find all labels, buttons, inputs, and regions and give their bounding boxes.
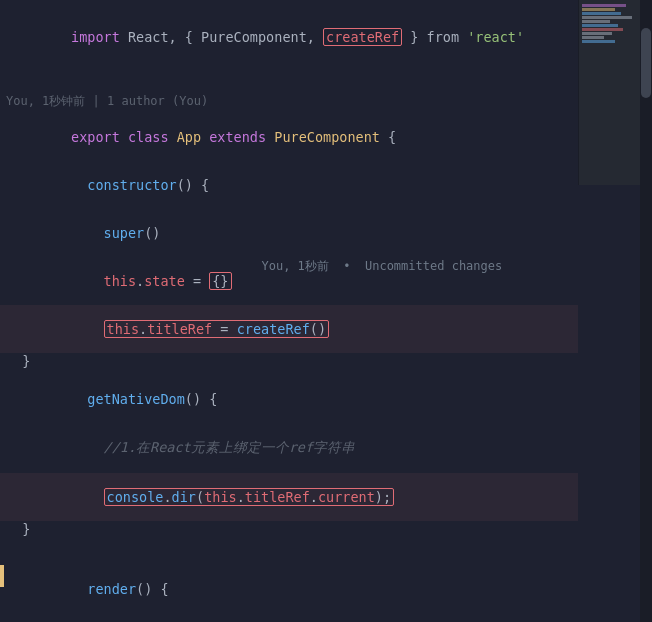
- line-content: this.titleRef = createRef(): [6, 305, 329, 353]
- line-content: }: [6, 521, 30, 537]
- line-content: return (: [6, 613, 169, 622]
- code-line-highlighted: console.dir(this.titleRef.current);: [0, 473, 578, 521]
- uncommitted-tooltip: You, 1秒前 • Uncommitted changes: [262, 258, 503, 275]
- line-content: getNativeDom() {: [6, 375, 217, 423]
- code-line: render() {: [0, 565, 578, 613]
- code-line: }: [0, 521, 578, 543]
- code-editor: import React, { PureComponent, createRef…: [0, 0, 652, 622]
- code-area: import React, { PureComponent, createRef…: [0, 0, 652, 622]
- code-line: this.state = {} You, 1秒前 • Uncommitted c…: [0, 257, 578, 305]
- code-line-highlighted: this.titleRef = createRef(): [0, 305, 578, 353]
- line-content: render() {: [6, 565, 169, 613]
- line-content: constructor() {: [6, 161, 209, 209]
- code-line: super(): [0, 209, 578, 257]
- minimap: [578, 0, 640, 185]
- scrollbar[interactable]: [640, 0, 652, 622]
- code-line: constructor() {: [0, 161, 578, 209]
- code-line: //1.在React元素上绑定一个ref字符串: [0, 423, 578, 473]
- line-content: export class App extends PureComponent {: [6, 113, 396, 161]
- line-content: console.dir(this.titleRef.current);: [6, 473, 394, 521]
- line-content: super(): [6, 209, 160, 257]
- line-content: }: [6, 353, 30, 369]
- code-line: [0, 543, 578, 565]
- code-line: import React, { PureComponent, createRef…: [0, 4, 578, 71]
- code-line: getNativeDom() {: [0, 375, 578, 423]
- code-line: [0, 71, 578, 93]
- line-content: import React, { PureComponent, createRef…: [6, 4, 524, 71]
- git-blame-line: You, 1秒钟前 | 1 author (You): [0, 93, 578, 113]
- code-line: export class App extends PureComponent {: [0, 113, 578, 161]
- line-content: this.state = {}: [6, 257, 232, 305]
- blame-text: You, 1秒钟前 | 1 author (You): [6, 93, 208, 110]
- code-line: }: [0, 353, 578, 375]
- code-line: return (: [0, 613, 578, 622]
- line-content: //1.在React元素上绑定一个ref字符串: [6, 423, 355, 473]
